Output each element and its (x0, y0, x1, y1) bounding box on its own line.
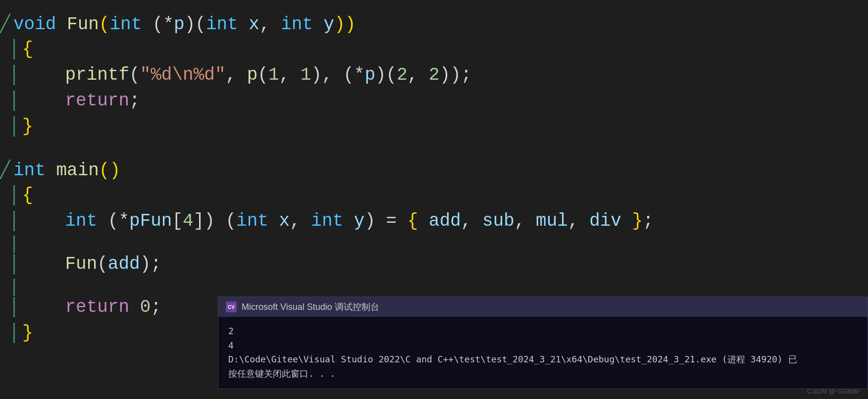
line-content: Fun(add); (13, 254, 161, 274)
code-line-fun-add: Fun(add); (0, 253, 868, 279)
console-output-3: D:\Code\Gitee\Visual Studio 2022\C and C… (228, 352, 858, 367)
spacer3 (13, 279, 868, 296)
line-content: } (13, 116, 33, 137)
console-panel: CV Microsoft Visual Studio 调试控制台 2 4 D:\… (218, 297, 868, 389)
console-titlebar: CV Microsoft Visual Studio 调试控制台 (218, 297, 868, 317)
console-output-1: 2 (228, 324, 858, 339)
code-line-return1: return; (0, 90, 868, 115)
code-line-open-brace-2: { (0, 184, 868, 210)
console-title-text: Microsoft Visual Studio 调试控制台 (242, 301, 379, 313)
arrow-indicator: ╱ (0, 13, 11, 34)
line-content: { (13, 185, 33, 205)
line-content: } (13, 323, 33, 343)
code-line-close-brace-1: } (0, 115, 868, 141)
console-body: 2 4 D:\Code\Gitee\Visual Studio 2022\C a… (218, 317, 868, 389)
console-output-4: 按任意键关闭此窗口. . . (228, 367, 858, 381)
console-icon: CV (226, 301, 237, 312)
spacer (0, 141, 868, 158)
code-line-array: int (*pFun[4]) (int x, int y) = { add, s… (0, 210, 868, 236)
line-content: int (*pFun[4]) (int x, int y) = { add, s… (13, 211, 654, 231)
line-content: { (13, 39, 33, 59)
code-editor: ╱ void Fun(int (*p)(int x, int y)) { pri… (0, 0, 868, 399)
code-line-main: ╱ int main() (0, 158, 868, 184)
code-line-printf: printf("%d\n%d", p(1, 1), (*p)(2, 2)); (0, 64, 868, 90)
line-content: printf("%d\n%d", p(1, 1), (*p)(2, 2)); (13, 65, 471, 85)
code-line-func-def: ╱ void Fun(int (*p)(int x, int y)) (0, 12, 868, 38)
line-content: void Fun(int (*p)(int x, int y)) (11, 14, 356, 35)
code-line-open-brace-1: { (0, 38, 868, 64)
console-output-2: 4 (228, 339, 858, 353)
line-content: int main() (11, 160, 120, 181)
arrow-indicator-main: ╱ (0, 159, 11, 180)
line-content: return 0; (13, 297, 161, 317)
spacer2 (13, 236, 868, 253)
svg-text:CV: CV (228, 304, 235, 310)
line-content: return; (13, 91, 140, 111)
